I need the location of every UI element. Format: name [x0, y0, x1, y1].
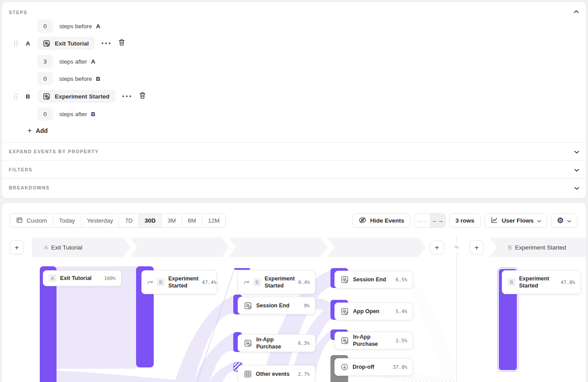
- query-builder-panel: STEPS 0 steps before A A: [2, 2, 586, 198]
- steps-collapse-button[interactable]: [573, 8, 579, 14]
- node-label: Exit Tutorial: [60, 275, 91, 282]
- node-label: Drop-off: [353, 363, 374, 371]
- node-label: Experiment Started: [265, 275, 295, 290]
- section-title: EXPAND EVENTS BY PROPERTY: [9, 149, 99, 154]
- indirect-arrow-icon: [243, 280, 250, 284]
- add-step-label: Add: [36, 127, 48, 134]
- steps-before-b-ref: B: [96, 76, 100, 82]
- node-label: In-App Purchase: [256, 336, 295, 351]
- flow-node-card-in-app-purchase-63[interactable]: In-App Purchase 6.3%: [238, 334, 315, 352]
- steps-section-header: STEPS: [9, 8, 27, 16]
- event-cursor-icon: [340, 275, 349, 284]
- step-b-label: B: [25, 93, 30, 100]
- node-percent: 5.4%: [396, 309, 408, 314]
- flow-node-card-exit-tutorial[interactable]: A Exit Tutorial 100%: [43, 270, 121, 286]
- flow-node-card-experiment-started-04[interactable]: B Experiment Started 0.4%: [238, 270, 315, 294]
- steps-before-a-ref: A: [96, 23, 100, 30]
- section-breakdowns[interactable]: BREAKDOWNS: [2, 178, 586, 197]
- flow-node-card-session-end-65[interactable]: Session End 6.5%: [334, 271, 413, 288]
- plus-icon: +: [27, 127, 32, 134]
- steps-before-b-text: steps before: [59, 76, 92, 82]
- node-label: Experiment Started: [519, 275, 554, 290]
- node-percent: 2.5%: [396, 338, 408, 344]
- chevron-up-icon: [574, 7, 579, 15]
- steps-before-a-text: steps before: [59, 23, 92, 30]
- steps-after-b-row: 0 steps after B: [37, 107, 95, 121]
- node-percent: 6.5%: [396, 277, 408, 283]
- flow-node-bar-experiment-started-04[interactable]: [234, 268, 250, 270]
- steps-before-a-row: 0 steps before A: [37, 19, 100, 33]
- chevron-down-icon: [574, 148, 579, 155]
- node-percent: 2.7%: [298, 371, 310, 377]
- event-cursor-icon: [42, 39, 51, 48]
- flow-node-card-experiment-started-478[interactable]: B Experiment Started 47.8%: [502, 270, 581, 294]
- flow-node-card-drop-off[interactable]: Drop-off 37.8%: [334, 358, 413, 376]
- more-options-button[interactable]: [101, 42, 111, 45]
- step-badge: B: [157, 278, 165, 286]
- node-label: App Open: [353, 308, 379, 315]
- section-filters[interactable]: FILTERS: [2, 160, 586, 178]
- grid-icon: [243, 370, 252, 378]
- arrow-down-circle-icon: [340, 363, 349, 371]
- event-cursor-icon: [42, 92, 51, 101]
- step-a-label: A: [25, 40, 30, 47]
- flow-chart-panel: Custom Today Yesterday 7D 30D 3M 6M 12M …: [2, 203, 586, 382]
- flow-node-card-other-events[interactable]: Other events 2.7%: [238, 365, 315, 382]
- add-step-button[interactable]: + Add: [27, 127, 48, 134]
- event-pill-label: Exit Tutorial: [55, 40, 89, 47]
- chevron-down-icon: [574, 166, 579, 174]
- event-cursor-icon: [243, 339, 253, 348]
- chevron-down-icon: [574, 184, 579, 192]
- trash-icon: [118, 38, 125, 48]
- delete-step-button[interactable]: [139, 91, 146, 101]
- section-title: BREAKDOWNS: [9, 185, 50, 190]
- node-label: Session End: [256, 302, 289, 309]
- steps-before-b-row: 0 steps before B: [37, 72, 100, 85]
- event-cursor-icon: [340, 336, 349, 345]
- event-pill-experiment-started[interactable]: Experiment Started: [38, 90, 115, 103]
- flow-node-card-in-app-purchase-25[interactable]: In-App Purchase 2.5%: [334, 332, 413, 349]
- steps-after-a-row: 3 steps after A: [37, 55, 95, 68]
- event-pill-exit-tutorial[interactable]: Exit Tutorial: [38, 37, 95, 50]
- node-percent: 100%: [104, 276, 116, 281]
- steps-after-a-ref: A: [91, 58, 95, 65]
- flow-node-card-experiment-started-47[interactable]: B Experiment Started 47.4%: [141, 270, 217, 294]
- step-badge: A: [49, 274, 57, 282]
- steps-after-a-input[interactable]: 3: [37, 55, 53, 68]
- drag-handle-icon[interactable]: [14, 40, 18, 47]
- event-cursor-icon: [243, 301, 253, 310]
- flow-node-card-app-open[interactable]: App Open 5.4%: [334, 303, 413, 320]
- steps-after-b-ref: B: [91, 111, 95, 117]
- more-options-button[interactable]: [122, 95, 132, 98]
- step-row-b: B Experiment Started: [14, 90, 146, 103]
- node-percent: 6.3%: [298, 340, 310, 346]
- node-label: In-App Purchase: [353, 333, 392, 348]
- section-expand-events-by-property[interactable]: EXPAND EVENTS BY PROPERTY: [2, 142, 586, 160]
- steps-before-b-input[interactable]: 0: [37, 72, 53, 85]
- node-percent: 9%: [304, 303, 310, 309]
- section-title: FILTERS: [9, 167, 32, 172]
- flow-node-card-session-end-9[interactable]: Session End 9%: [238, 297, 315, 314]
- event-pill-label: Experiment Started: [55, 93, 110, 100]
- trash-icon: [139, 91, 146, 101]
- steps-after-b-input[interactable]: 0: [37, 107, 53, 121]
- step-row-a: A Exit Tutorial: [14, 37, 125, 50]
- node-percent: 47.4%: [202, 280, 216, 285]
- node-label: Experiment Started: [168, 275, 198, 290]
- steps-after-b-text: steps after: [59, 111, 87, 117]
- steps-title: STEPS: [9, 10, 27, 15]
- indirect-arrow-icon: [147, 280, 153, 284]
- drag-handle-icon[interactable]: [14, 93, 18, 100]
- node-label: Session End: [353, 276, 386, 283]
- step-badge: B: [508, 278, 516, 286]
- node-label: Other events: [256, 371, 289, 378]
- node-percent: 0.4%: [298, 280, 310, 285]
- step-badge: B: [253, 278, 261, 286]
- delete-step-button[interactable]: [118, 38, 125, 48]
- node-percent: 47.8%: [561, 280, 575, 285]
- event-cursor-icon: [340, 307, 349, 316]
- node-percent: 37.8%: [393, 364, 407, 370]
- steps-before-a-input[interactable]: 0: [37, 19, 53, 33]
- steps-after-a-text: steps after: [59, 58, 87, 65]
